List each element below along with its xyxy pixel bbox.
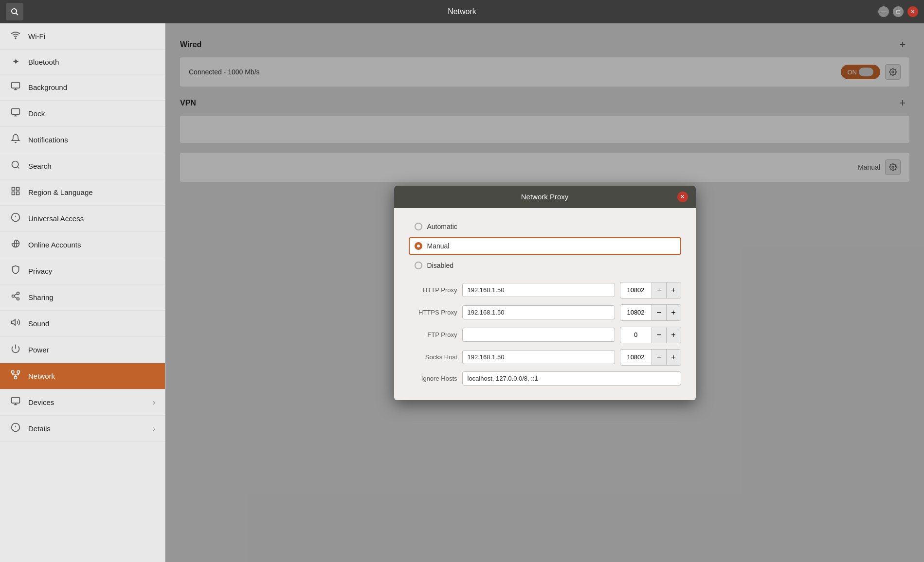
svg-rect-10 [17, 188, 19, 191]
sidebar-label-universal: Universal Access [28, 214, 84, 223]
radio-automatic[interactable]: Automatic [409, 218, 681, 235]
minimize-button[interactable]: — [878, 6, 889, 17]
proxy-mode-radio-group: Automatic Manual Disabled [409, 218, 681, 274]
online-accounts-icon [10, 239, 21, 251]
sidebar-label-network: Network [28, 372, 55, 380]
http-proxy-port-inc-button[interactable]: + [666, 282, 681, 298]
socks-proxy-port-input[interactable] [620, 351, 652, 364]
svg-marker-21 [12, 319, 16, 325]
sidebar-item-sharing[interactable]: Sharing [0, 284, 165, 311]
svg-point-18 [17, 298, 19, 300]
svg-rect-12 [17, 192, 19, 195]
http-proxy-host-input[interactable] [462, 283, 615, 297]
sidebar-label-privacy: Privacy [28, 267, 52, 275]
notifications-icon [10, 134, 21, 146]
sidebar-item-devices[interactable]: Devices › [0, 389, 165, 416]
ftp-proxy-port-dec-button[interactable]: − [652, 327, 666, 343]
devices-icon [10, 396, 21, 408]
ftp-proxy-host-input[interactable] [462, 328, 615, 342]
radio-disabled[interactable]: Disabled [409, 257, 681, 274]
radio-disabled-circle [415, 262, 422, 269]
sidebar-item-notifications[interactable]: Notifications [0, 127, 165, 153]
proxy-fields: HTTP Proxy − + HTTPS Proxy [409, 282, 681, 386]
window-title: Network [448, 7, 476, 16]
socks-proxy-row: Socks Host − + [409, 349, 681, 366]
sidebar-item-background[interactable]: Background [0, 74, 165, 101]
sidebar-label-devices: Devices [28, 398, 54, 406]
sidebar-label-online-accounts: Online Accounts [28, 241, 81, 249]
devices-arrow-icon: › [153, 398, 155, 407]
svg-rect-24 [17, 371, 19, 373]
sidebar-item-sound[interactable]: Sound [0, 311, 165, 337]
http-proxy-row: HTTP Proxy − + [409, 282, 681, 299]
svg-rect-25 [15, 376, 17, 379]
socks-proxy-port-dec-button[interactable]: − [652, 350, 666, 365]
details-icon [10, 422, 21, 435]
radio-manual-circle [415, 242, 422, 250]
socks-proxy-label: Socks Host [409, 353, 457, 361]
radio-manual[interactable]: Manual [409, 237, 681, 255]
background-icon [10, 81, 21, 93]
window-controls: — □ ✕ [878, 6, 918, 17]
sidebar: Wi-Fi ✦ Bluetooth Background Dock [0, 23, 165, 562]
http-proxy-port-input[interactable] [620, 283, 652, 297]
svg-line-19 [14, 297, 17, 298]
radio-manual-label: Manual [427, 242, 450, 250]
sidebar-item-search[interactable]: Search [0, 153, 165, 179]
details-arrow-icon: › [153, 424, 155, 433]
region-icon [10, 186, 21, 198]
ignore-hosts-input[interactable] [462, 371, 681, 386]
maximize-button[interactable]: □ [893, 6, 904, 17]
sidebar-item-online-accounts[interactable]: Online Accounts [0, 232, 165, 258]
svg-rect-27 [12, 398, 20, 404]
ftp-proxy-port-input[interactable] [620, 328, 652, 341]
sidebar-item-network[interactable]: Network [0, 363, 165, 389]
main-layout: Wi-Fi ✦ Bluetooth Background Dock [0, 23, 924, 562]
sidebar-label-bluetooth: Bluetooth [28, 58, 59, 66]
ftp-proxy-row: FTP Proxy − + [409, 327, 681, 343]
socks-proxy-port-inc-button[interactable]: + [666, 350, 681, 365]
network-proxy-dialog: Network Proxy ✕ Automatic [394, 186, 696, 400]
http-proxy-label: HTTP Proxy [409, 286, 457, 294]
sidebar-item-region[interactable]: Region & Language [0, 179, 165, 206]
https-proxy-host-input[interactable] [462, 305, 615, 319]
sidebar-label-background: Background [28, 83, 67, 91]
sound-icon [10, 317, 21, 330]
dialog-close-button[interactable]: ✕ [677, 192, 688, 202]
sidebar-item-wifi[interactable]: Wi-Fi [0, 23, 165, 50]
sharing-icon [10, 291, 21, 303]
radio-automatic-label: Automatic [427, 223, 457, 230]
sidebar-label-sound: Sound [28, 319, 49, 328]
https-proxy-port-input[interactable] [620, 306, 652, 319]
http-proxy-port-dec-button[interactable]: − [652, 282, 666, 298]
power-icon [10, 344, 21, 356]
https-proxy-port-group: − + [620, 304, 681, 321]
ftp-proxy-label: FTP Proxy [409, 331, 457, 338]
close-button[interactable]: ✕ [907, 6, 918, 17]
dialog-titlebar: Network Proxy ✕ [394, 186, 696, 208]
sidebar-item-privacy[interactable]: Privacy [0, 258, 165, 284]
wifi-icon [10, 30, 21, 42]
svg-rect-3 [12, 83, 20, 88]
svg-point-7 [12, 161, 18, 168]
sidebar-item-bluetooth[interactable]: ✦ Bluetooth [0, 50, 165, 74]
sidebar-label-wifi: Wi-Fi [28, 32, 45, 40]
https-proxy-port-inc-button[interactable]: + [666, 305, 681, 320]
dialog-overlay: Network Proxy ✕ Automatic [165, 23, 924, 562]
https-proxy-port-dec-button[interactable]: − [652, 305, 666, 320]
ftp-proxy-port-inc-button[interactable]: + [666, 327, 681, 343]
content-area: Wired + Connected - 1000 Mb/s ON VPN [165, 23, 924, 562]
sidebar-item-details[interactable]: Details › [0, 416, 165, 442]
privacy-icon [10, 265, 21, 277]
socks-proxy-host-input[interactable] [462, 350, 615, 364]
ignore-hosts-row: Ignore Hosts [409, 371, 681, 386]
dialog-title: Network Proxy [413, 193, 677, 201]
sidebar-item-dock[interactable]: Dock [0, 101, 165, 127]
radio-disabled-label: Disabled [427, 262, 453, 269]
sidebar-label-region: Region & Language [28, 188, 93, 196]
sidebar-item-universal[interactable]: Universal Access [0, 206, 165, 232]
sidebar-label-sharing: Sharing [28, 293, 54, 301]
sidebar-item-power[interactable]: Power [0, 337, 165, 363]
https-proxy-label: HTTPS Proxy [409, 309, 457, 316]
titlebar-search-btn[interactable] [6, 3, 23, 20]
